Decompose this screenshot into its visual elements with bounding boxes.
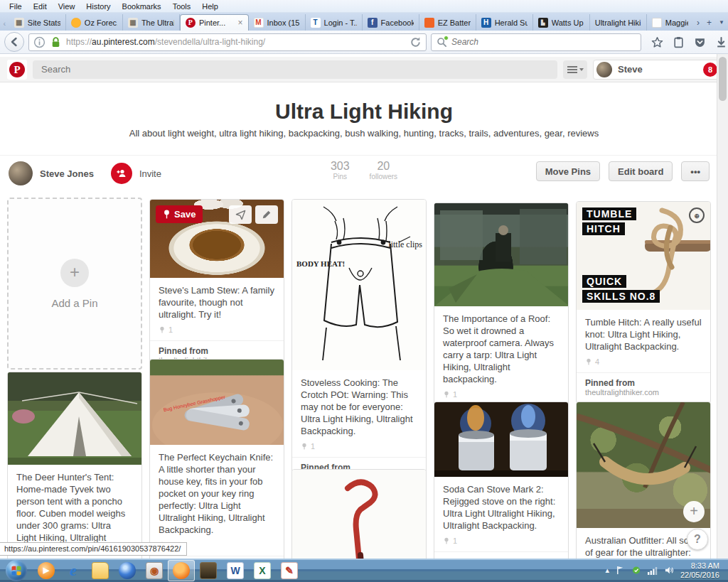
network-signal-icon[interactable] xyxy=(648,566,658,575)
owner-avatar[interactable] xyxy=(9,161,33,185)
menu-history[interactable]: History xyxy=(81,1,115,11)
taskbar-google-earth[interactable] xyxy=(114,560,141,581)
tent-peg-pin-image[interactable] xyxy=(292,470,426,559)
url-bar[interactable]: https://au.pinterest.com/stevendella/ult… xyxy=(28,33,427,51)
tab-maggie[interactable]: Maggie' xyxy=(647,14,693,31)
hammock-pin-image[interactable]: + xyxy=(577,402,710,528)
zoom-plus-button[interactable]: + xyxy=(683,501,705,522)
notification-badge[interactable]: 8 xyxy=(703,63,717,77)
pin-source[interactable]: Pinned from theultralighthiker.com xyxy=(577,372,710,403)
taskbar-explorer-folder[interactable] xyxy=(87,560,114,581)
stove-pin-image[interactable] xyxy=(434,402,568,477)
edit-pin-button[interactable] xyxy=(255,205,278,224)
pin-source[interactable]: Pinned from theultralighthiker.com xyxy=(434,551,568,559)
tab-oz-forecast[interactable]: Oz Forec... xyxy=(66,14,123,31)
tab-facebook[interactable]: f Facebook xyxy=(363,14,419,31)
pocket-icon[interactable] xyxy=(694,36,706,48)
menu-file[interactable]: File xyxy=(4,1,27,11)
taskbar-firefox-active[interactable] xyxy=(168,560,195,581)
knot-pin-image[interactable]: TUMBLE HITCH QUICK SKILLS NO.8 ⊕ xyxy=(577,202,710,310)
send-icon xyxy=(235,210,246,220)
tab-ultralight-hiking[interactable]: Ultralight Hiki... xyxy=(590,14,647,31)
tab-herald-sun[interactable]: H Herald Su... xyxy=(476,14,533,31)
close-tab-icon[interactable]: × xyxy=(238,18,243,27)
repin-count: 1 xyxy=(292,439,426,457)
menu-bookmarks[interactable]: Bookmarks xyxy=(117,1,166,11)
pin-count-icon xyxy=(585,358,592,365)
firefox-menubar: File Edit View History Bookmarks Tools H… xyxy=(0,0,728,13)
toolbar-icons xyxy=(651,36,728,48)
bookmarks-menu-icon[interactable] xyxy=(673,36,685,48)
taskbar-photo-editor[interactable]: ✎ xyxy=(276,560,303,581)
tray-show-hidden-icons[interactable]: ▴ xyxy=(605,566,609,575)
roof-pin-image[interactable] xyxy=(434,203,568,306)
tab-gmail-inbox[interactable]: M Inbox (15,... xyxy=(249,14,306,31)
pin-card-tent-peg[interactable] xyxy=(291,469,427,559)
pin-card-soda-can-stove[interactable]: Soda Can Stove Mark 2: Rejigged stove on… xyxy=(434,402,569,559)
pin-card-crotch-pot[interactable]: BODY HEAT! little clips Stoveless Cookin… xyxy=(291,199,427,488)
owner-name[interactable]: Steve Jones xyxy=(40,168,94,179)
pin-card-lamb-stew[interactable]: Save Steve's Lamb Stew: A family favouri… xyxy=(149,199,284,372)
tab-the-ultralighthiker[interactable]: ▦ The Ultral... xyxy=(123,14,180,31)
action-center-flag-icon[interactable] xyxy=(616,566,625,575)
pinterest-logo[interactable]: P xyxy=(7,60,27,80)
crotch-pot-pin-image[interactable]: BODY HEAT! little clips xyxy=(292,200,426,370)
taskbar-media-player[interactable]: ◉ xyxy=(141,560,168,581)
send-pin-button[interactable] xyxy=(229,205,252,224)
knife-pin-image[interactable]: Bug Honeybee Grasshopper xyxy=(150,360,284,445)
taskbar-word[interactable]: W xyxy=(222,560,249,581)
more-options-button[interactable]: ••• xyxy=(681,161,710,181)
followers-stat[interactable]: 20 followers xyxy=(370,160,397,180)
menu-view[interactable]: View xyxy=(53,1,80,11)
tab-watts-up[interactable]: ▙ Watts Up ... xyxy=(533,14,590,31)
help-button[interactable]: ? xyxy=(687,529,708,550)
tab-pinterest-active[interactable]: P Pinter... × xyxy=(180,14,249,31)
url-text[interactable]: https://au.pinterest.com/stevendella/ult… xyxy=(66,37,405,47)
back-button[interactable] xyxy=(4,32,24,52)
new-tab-button[interactable]: + xyxy=(703,14,715,31)
pinterest-menu-button[interactable] xyxy=(563,60,587,79)
add-a-pin-card[interactable]: + Add a Pin xyxy=(7,198,142,370)
menu-edit[interactable]: Edit xyxy=(28,1,52,11)
reload-icon[interactable] xyxy=(410,36,422,48)
tab-login[interactable]: T Login - T... xyxy=(306,14,363,31)
page-scrollbar[interactable] xyxy=(717,54,728,559)
taskbar-internet-explorer[interactable]: e xyxy=(60,560,87,581)
move-pins-button[interactable]: Move Pins xyxy=(536,161,600,181)
browser-search-input[interactable] xyxy=(451,37,636,47)
tab-scroll-left-button[interactable]: ‹ xyxy=(0,16,9,31)
tab-scroll-right-button[interactable]: › xyxy=(693,14,703,31)
browser-search-bar[interactable] xyxy=(431,33,641,51)
search-engine-icon[interactable] xyxy=(437,37,447,48)
start-button[interactable] xyxy=(6,560,27,581)
taskbar-wmp[interactable]: ▶ xyxy=(33,560,60,581)
invite-label[interactable]: Invite xyxy=(139,168,161,179)
taskbar-clock[interactable]: 8:33 AM 22/05/2016 xyxy=(680,561,719,580)
stew-pin-image[interactable]: Save xyxy=(150,200,284,278)
bookmark-star-icon[interactable] xyxy=(651,36,663,48)
menu-tools[interactable]: Tools xyxy=(168,1,196,11)
https-lock-icon xyxy=(50,36,62,48)
downloads-icon[interactable] xyxy=(715,36,727,48)
save-button[interactable]: Save xyxy=(156,205,203,223)
tab-ez-battery[interactable]: EZ Battery xyxy=(419,14,476,31)
taskbar-excel[interactable]: X xyxy=(249,560,276,581)
taskbar-photo-viewer[interactable] xyxy=(195,560,222,581)
invite-button[interactable] xyxy=(111,163,132,184)
site-info-icon[interactable] xyxy=(33,36,46,48)
tab-site-stats[interactable]: ▦ Site Stats ... xyxy=(9,14,66,31)
menu-help[interactable]: Help xyxy=(197,1,223,11)
list-all-tabs-button[interactable]: ▼ xyxy=(715,14,728,31)
speaker-icon[interactable] xyxy=(664,566,674,575)
pin-card-deer-hunters-tent[interactable]: The Deer Hunter's Tent: Home-made Tyvek … xyxy=(7,372,142,559)
pinterest-search-input[interactable] xyxy=(33,60,557,79)
tent-pin-image[interactable] xyxy=(8,372,141,465)
edit-board-button[interactable]: Edit board xyxy=(609,161,673,181)
pin-card-tumble-hitch[interactable]: TUMBLE HITCH QUICK SKILLS NO.8 ⊕ Tumble … xyxy=(576,201,711,404)
scrollbar-thumb[interactable] xyxy=(719,57,727,101)
pin-card-keychain-knife[interactable]: Bug Honeybee Grasshopper The Perfect Key… xyxy=(149,359,284,559)
status-bar-link-url: https://au.pinterest.com/pin/46161903053… xyxy=(0,542,187,556)
profile-button[interactable]: Steve 8 xyxy=(593,60,721,80)
updates-icon[interactable] xyxy=(631,566,641,575)
watts-favicon: ▙ xyxy=(538,18,548,28)
